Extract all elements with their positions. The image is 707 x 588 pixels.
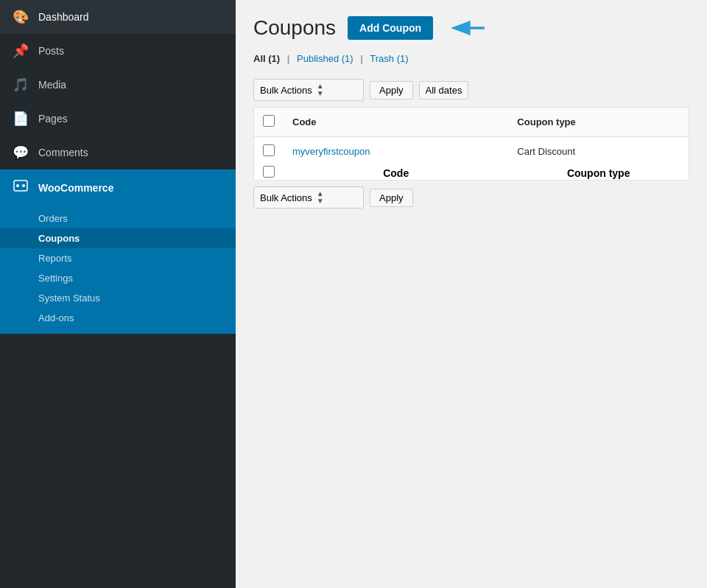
all-filter-count: (1): [268, 53, 280, 64]
footer-code: Code: [284, 166, 508, 181]
sidebar-subitem-orders[interactable]: Orders: [0, 209, 236, 228]
svg-point-2: [22, 184, 25, 187]
table-header-row: Code Coupon type: [254, 108, 689, 137]
woocommerce-icon: [12, 178, 29, 197]
sidebar-item-label: Posts: [38, 45, 64, 57]
footer-select-all-checkbox[interactable]: [263, 166, 275, 178]
all-dates-label: All dates: [426, 85, 462, 96]
pages-icon: 📄: [12, 111, 29, 127]
separator-1: |: [287, 53, 290, 64]
table-footer-row: Code Coupon type: [254, 166, 689, 181]
dropdown-arrows-bottom: ▲ ▼: [317, 190, 324, 205]
table-row: myveryfirstcoupon Cart Discount: [254, 137, 689, 167]
bulk-actions-label-bottom: Bulk Actions: [260, 192, 312, 203]
separator-2: |: [360, 53, 363, 64]
sidebar-item-label: Pages: [38, 113, 68, 125]
posts-icon: 📌: [12, 43, 29, 59]
woocommerce-subnav: Orders Coupons Reports Settings System S…: [0, 206, 236, 334]
published-filter-link[interactable]: Published (1): [297, 53, 354, 64]
row-checkbox-cell: [254, 137, 284, 167]
apply-button-top[interactable]: Apply: [370, 81, 413, 99]
sidebar-item-media[interactable]: 🎵 Media: [0, 68, 236, 102]
sidebar-section-woocommerce: WooCommerce Orders Coupons Reports Setti…: [0, 169, 236, 334]
bottom-toolbar: Bulk Actions ▲ ▼ Apply: [253, 181, 689, 214]
row-code-cell: myveryfirstcoupon: [284, 137, 508, 167]
svg-point-1: [16, 184, 19, 187]
dropdown-arrows-top: ▲ ▼: [317, 83, 324, 97]
sidebar-item-label: Dashboard: [38, 11, 89, 23]
trash-filter-link[interactable]: Trash (1): [370, 53, 408, 64]
sidebar: 🎨 Dashboard 📌 Posts 🎵 Media 📄 Pages 💬 Co…: [0, 0, 236, 588]
sidebar-item-pages[interactable]: 📄 Pages: [0, 102, 236, 136]
header-code: Code: [284, 108, 508, 137]
bulk-actions-dropdown-top[interactable]: Bulk Actions ▲ ▼: [253, 79, 364, 101]
bulk-actions-dropdown-bottom[interactable]: Bulk Actions ▲ ▼: [253, 186, 364, 209]
page-title: Coupons: [253, 16, 336, 40]
comments-icon: 💬: [12, 144, 29, 161]
all-dates-dropdown[interactable]: All dates: [419, 81, 469, 99]
footer-coupon-type: Coupon type: [508, 166, 689, 181]
apply-button-bottom[interactable]: Apply: [370, 189, 413, 207]
media-icon: 🎵: [12, 77, 29, 93]
page-header: Coupons Add Coupon: [253, 15, 689, 41]
top-toolbar: Bulk Actions ▲ ▼ Apply All dates: [253, 73, 689, 107]
sidebar-item-label: Comments: [38, 147, 88, 158]
sidebar-subitem-settings[interactable]: Settings: [0, 268, 236, 288]
svg-rect-0: [14, 181, 27, 191]
sidebar-subitem-reports[interactable]: Reports: [0, 248, 236, 268]
select-all-checkbox[interactable]: [263, 115, 275, 127]
bulk-actions-label-top: Bulk Actions: [260, 85, 312, 96]
sidebar-item-label: Media: [38, 79, 66, 91]
row-coupon-type-cell: Cart Discount: [508, 137, 689, 167]
main-content: Coupons Add Coupon All (1) | Published (…: [236, 0, 707, 588]
sidebar-subitem-add-ons[interactable]: Add-ons: [0, 308, 236, 328]
sidebar-item-dashboard[interactable]: 🎨 Dashboard: [0, 0, 236, 34]
filter-tabs: All (1) | Published (1) | Trash (1): [253, 53, 689, 64]
all-filter-label: All: [253, 53, 266, 64]
sidebar-subitem-system-status[interactable]: System Status: [0, 288, 236, 308]
sidebar-item-posts[interactable]: 📌 Posts: [0, 34, 236, 68]
arrow-indicator: [451, 15, 488, 41]
add-coupon-button[interactable]: Add Coupon: [348, 16, 433, 40]
footer-checkbox-cell: [254, 166, 284, 181]
header-coupon-type: Coupon type: [508, 108, 689, 137]
sidebar-subitem-coupons[interactable]: Coupons: [0, 228, 236, 248]
dashboard-icon: 🎨: [12, 9, 29, 25]
coupon-link[interactable]: myveryfirstcoupon: [292, 146, 370, 157]
header-checkbox-cell: [254, 108, 284, 137]
coupons-table: Code Coupon type myveryfirstcoupon Cart …: [253, 107, 689, 181]
row-checkbox[interactable]: [263, 144, 275, 156]
woocommerce-label: WooCommerce: [38, 182, 113, 194]
sidebar-item-comments[interactable]: 💬 Comments: [0, 136, 236, 169]
sidebar-item-woocommerce[interactable]: WooCommerce: [0, 169, 236, 206]
